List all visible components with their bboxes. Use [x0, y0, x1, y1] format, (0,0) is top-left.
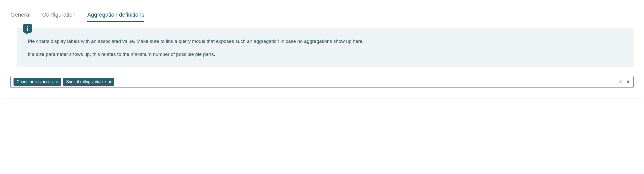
- tag-item: Count the instances ✕: [14, 78, 61, 86]
- settings-panel: General Configuration Aggregation defini…: [2, 2, 642, 98]
- tab-configuration[interactable]: Configuration: [42, 9, 75, 22]
- info-line-1: Pie charts display labels with an associ…: [28, 38, 624, 45]
- chevron-down-icon: [627, 82, 629, 84]
- tag-label: Count the instances: [17, 80, 53, 84]
- info-text: Pie charts display labels with an associ…: [28, 38, 624, 58]
- tab-general[interactable]: General: [10, 9, 30, 22]
- text-cursor: [117, 79, 117, 85]
- select-spinner[interactable]: [626, 80, 630, 84]
- tag-remove-icon[interactable]: ✕: [55, 80, 58, 84]
- svg-rect-1: [27, 28, 28, 31]
- aggregation-multiselect[interactable]: Count the instances ✕ Sum of rating vari…: [10, 76, 634, 88]
- info-icon: [23, 24, 32, 33]
- info-box: Pie charts display labels with an associ…: [17, 28, 634, 67]
- info-line-2: If a size parameter shows up, this relat…: [28, 51, 624, 58]
- tab-aggregation-definitions[interactable]: Aggregation definitions: [87, 9, 144, 22]
- chevron-up-icon: [627, 80, 629, 82]
- tabs: General Configuration Aggregation defini…: [10, 9, 634, 22]
- svg-point-0: [27, 26, 28, 27]
- tag-label: Sum of rating variable: [66, 80, 106, 84]
- tag-remove-icon[interactable]: ✕: [108, 80, 112, 84]
- tag-item: Sum of rating variable ✕: [63, 78, 114, 86]
- clear-all-icon[interactable]: ✕: [617, 79, 624, 85]
